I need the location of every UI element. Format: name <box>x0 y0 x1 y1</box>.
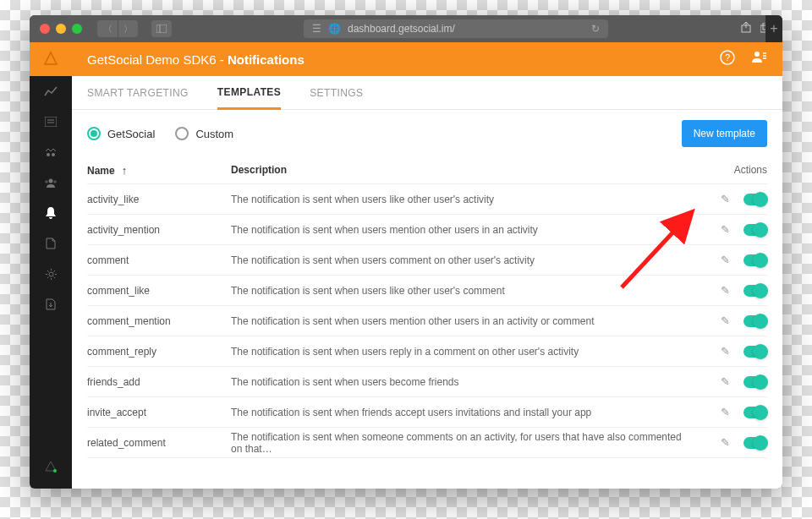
maximize-icon[interactable] <box>72 24 82 34</box>
enable-toggle[interactable] <box>743 315 767 327</box>
template-name: related_comment <box>87 437 231 449</box>
table-row: invite_acceptThe notification is sent wh… <box>87 397 767 428</box>
template-description: The notification is sent when friends ac… <box>231 407 683 418</box>
table-row: related_commentThe notification is sent … <box>87 428 767 458</box>
template-description: The notification is sent when someone co… <box>231 431 683 455</box>
browser-window: 〈 〉 ☰ 🌐 dashboard.getsocial.im/ ↻ + <box>30 15 782 489</box>
edit-icon[interactable]: ✎ <box>721 314 730 327</box>
minimize-icon[interactable] <box>56 24 66 34</box>
edit-icon[interactable]: ✎ <box>721 284 730 297</box>
tabs: SMART TARGETING TEMPLATES SETTINGS <box>72 76 782 110</box>
back-button[interactable]: 〈 <box>97 20 118 37</box>
main-content: GetSocial Demo SDK6 - Notifications ? SM… <box>72 42 782 489</box>
share-icon[interactable] <box>740 21 752 36</box>
logo-icon[interactable] <box>30 42 72 76</box>
reload-icon[interactable]: ↻ <box>591 23 600 35</box>
svg-point-9 <box>52 153 55 156</box>
edit-icon[interactable]: ✎ <box>721 406 730 418</box>
template-description: The notification is sent when users repl… <box>231 346 683 358</box>
template-name: activity_like <box>87 194 231 205</box>
template-name: activity_mention <box>87 224 231 236</box>
template-name: comment_mention <box>87 315 231 327</box>
template-description: The notification is sent when users like… <box>231 285 683 297</box>
nav-notifications-icon[interactable] <box>30 198 72 228</box>
forward-button[interactable]: 〉 <box>118 20 138 37</box>
template-description: The notification is sent when users ment… <box>231 224 683 236</box>
page-title: Notifications <box>228 52 304 67</box>
app-body: GetSocial Demo SDK6 - Notifications ? SM… <box>30 42 782 489</box>
edit-icon[interactable]: ✎ <box>721 223 730 236</box>
svg-point-8 <box>47 153 50 156</box>
nav-arrows: 〈 〉 <box>97 20 138 37</box>
svg-rect-5 <box>45 117 57 127</box>
nav-footer-icon[interactable] <box>30 451 72 482</box>
sidebar <box>30 42 72 489</box>
nav-settings-icon[interactable] <box>30 259 72 289</box>
enable-toggle[interactable] <box>743 194 767 205</box>
edit-icon[interactable]: ✎ <box>721 375 730 388</box>
radio-selected-icon <box>87 127 101 140</box>
template-description: The notification is sent when users beco… <box>231 376 683 388</box>
traffic-lights <box>40 24 82 34</box>
table-row: activity_likeThe notification is sent wh… <box>87 184 767 215</box>
nav-download-icon[interactable] <box>30 289 72 320</box>
tab-templates[interactable]: TEMPLATES <box>217 76 281 110</box>
svg-text:?: ? <box>725 52 730 63</box>
template-description: The notification is sent when users like… <box>231 194 683 205</box>
template-description: The notification is sent when users comm… <box>231 254 683 266</box>
tab-settings[interactable]: SETTINGS <box>310 76 363 110</box>
svg-point-12 <box>53 180 57 183</box>
svg-point-13 <box>49 272 53 276</box>
enable-toggle[interactable] <box>743 407 767 418</box>
table-row: comment_mentionThe notification is sent … <box>87 306 767 336</box>
enable-toggle[interactable] <box>743 346 767 358</box>
url-bar[interactable]: ☰ 🌐 dashboard.getsocial.im/ ↻ <box>304 19 608 38</box>
radio-icon <box>175 127 189 140</box>
enable-toggle[interactable] <box>743 285 767 297</box>
filter-getsocial[interactable]: GetSocial <box>87 127 155 140</box>
template-name: invite_accept <box>87 407 231 418</box>
template-name: friends_add <box>87 376 231 388</box>
url-text: dashboard.getsocial.im/ <box>348 23 455 35</box>
template-description: The notification is sent when users ment… <box>231 315 683 327</box>
svg-rect-0 <box>156 25 167 33</box>
edit-icon[interactable]: ✎ <box>721 254 730 266</box>
new-template-button[interactable]: New template <box>682 120 767 147</box>
edit-icon[interactable]: ✎ <box>721 436 730 449</box>
enable-toggle[interactable] <box>743 376 767 388</box>
table-row: friends_addThe notification is sent when… <box>87 367 767 397</box>
help-icon[interactable]: ? <box>720 50 735 69</box>
edit-icon[interactable]: ✎ <box>721 193 730 205</box>
nav-users-icon[interactable] <box>30 167 72 198</box>
col-description: Description <box>231 164 683 177</box>
close-icon[interactable] <box>40 24 50 34</box>
enable-toggle[interactable] <box>743 224 767 236</box>
template-name: comment_reply <box>87 346 231 358</box>
nav-document-icon[interactable] <box>30 228 72 259</box>
new-tab-button[interactable]: + <box>765 15 782 42</box>
template-name: comment_like <box>87 285 231 297</box>
col-actions: Actions <box>683 164 767 177</box>
site-icon: 🌐 <box>328 23 341 35</box>
nav-feed-icon[interactable] <box>30 107 72 137</box>
sort-ascending-icon: ↑ <box>122 164 128 177</box>
enable-toggle[interactable] <box>743 254 767 266</box>
nav-analytics-icon[interactable] <box>30 76 72 107</box>
col-name[interactable]: Name↑ <box>87 164 231 177</box>
titlebar: 〈 〉 ☰ 🌐 dashboard.getsocial.im/ ↻ + <box>30 15 782 42</box>
edit-icon[interactable]: ✎ <box>721 345 730 358</box>
reader-icon: ☰ <box>312 23 321 35</box>
sidebar-toggle-icon[interactable] <box>151 20 172 37</box>
table-row: comment_likeThe notification is sent whe… <box>87 276 767 306</box>
filter-custom[interactable]: Custom <box>175 127 233 140</box>
template-name: comment <box>87 254 231 266</box>
svg-point-11 <box>45 180 48 183</box>
tab-smart-targeting[interactable]: SMART TARGETING <box>87 76 189 110</box>
toolbar: GetSocial Custom New template <box>72 110 782 157</box>
nav-targeting-icon[interactable] <box>30 137 72 167</box>
breadcrumb: GetSocial Demo SDK6 - <box>87 52 224 67</box>
enable-toggle[interactable] <box>743 437 767 449</box>
account-icon[interactable] <box>750 50 767 69</box>
svg-point-10 <box>49 179 53 183</box>
svg-point-14 <box>53 469 57 473</box>
